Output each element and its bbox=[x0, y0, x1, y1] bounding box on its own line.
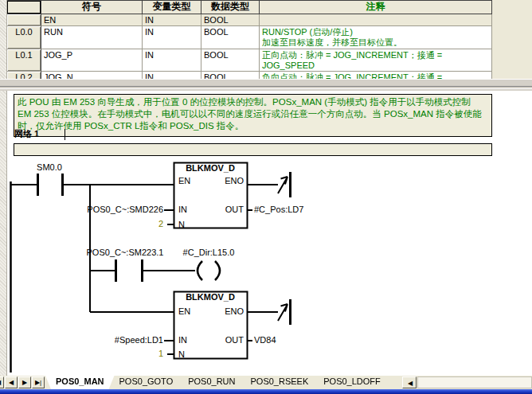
text-cursor bbox=[65, 129, 65, 140]
cell-address[interactable]: L0.0 bbox=[7, 26, 41, 49]
box2-in-operand[interactable]: #Speed:LD1 bbox=[96, 335, 163, 345]
cell-symbol[interactable]: RUN bbox=[41, 26, 143, 49]
cell-var-type[interactable]: IN bbox=[143, 26, 201, 49]
tab-nav-next-button[interactable]: ▶ bbox=[18, 376, 31, 388]
contact-sm0-0[interactable] bbox=[38, 174, 63, 196]
tab-pos0-ldoff[interactable]: POS0_LDOFF bbox=[313, 376, 391, 389]
coil-operand[interactable]: #C_Dir:L15.0 bbox=[173, 248, 244, 257]
table-row: L0.2 JOG_N IN BOOL 负向点动：脉冲 = JOG_INCREME… bbox=[7, 72, 492, 79]
blkmov-d-box-2[interactable] bbox=[174, 292, 248, 359]
box1-title[interactable]: BLKMOV_D bbox=[174, 163, 247, 173]
cell-symbol[interactable]: JOG_N bbox=[41, 72, 143, 79]
cell-address[interactable]: L0.2 bbox=[7, 72, 41, 79]
tab-pos0-run[interactable]: POS0_RUN bbox=[178, 376, 245, 389]
box1-in-pin: IN bbox=[178, 205, 187, 214]
box1-n-operand[interactable]: 2 bbox=[147, 219, 163, 228]
table-row: L0.0 RUN IN BOOL RUN/STOP (启动/停止) 加速至目标速… bbox=[7, 26, 492, 49]
box1-out-pin: OUT bbox=[217, 205, 244, 214]
box1-in-operand[interactable]: POS0_C~:SMD226 bbox=[80, 205, 163, 214]
pane-splitter[interactable] bbox=[0, 79, 532, 91]
coil-c-dir[interactable] bbox=[198, 261, 220, 280]
cell-data-type[interactable]: BOOL bbox=[201, 49, 260, 72]
tab-scroll-left-button[interactable]: ◀ bbox=[402, 376, 417, 388]
network-comment-box[interactable] bbox=[14, 143, 492, 156]
continuation-arrow-2[interactable] bbox=[278, 299, 291, 325]
header-data-type[interactable]: 数据类型 bbox=[201, 0, 260, 14]
cell-data-type[interactable]: BOOL bbox=[201, 26, 260, 49]
cell-var-type[interactable]: IN bbox=[143, 14, 201, 26]
variable-table: 符号 变量类型 数据类型 注释 EN IN BOOL L0.0 RUN IN B… bbox=[7, 0, 492, 79]
box2-n-operand[interactable]: 1 bbox=[147, 349, 163, 358]
box2-out-operand[interactable]: VD84 bbox=[254, 335, 276, 345]
table-row: EN IN BOOL bbox=[7, 14, 492, 26]
box1-en-pin: EN bbox=[178, 176, 190, 185]
cell-var-type[interactable]: IN bbox=[143, 72, 201, 79]
variable-table-filler bbox=[492, 0, 532, 79]
contact-sm223-1[interactable] bbox=[116, 259, 143, 282]
continuation-arrow-1[interactable] bbox=[278, 172, 291, 197]
cell-comment[interactable] bbox=[260, 14, 492, 26]
window-bottom-edge bbox=[0, 389, 532, 394]
tab-pos0-goto[interactable]: POS0_GOTO bbox=[109, 376, 184, 389]
contact2-operand[interactable]: POS0_C~:SM223.1 bbox=[85, 248, 165, 257]
splitter-groove bbox=[0, 86, 532, 89]
box2-n-pin: N bbox=[178, 349, 185, 359]
cell-address[interactable] bbox=[7, 14, 41, 26]
box2-title[interactable]: BLKMOV_D bbox=[174, 292, 247, 302]
header-symbol[interactable]: 符号 bbox=[41, 0, 143, 14]
cell-comment[interactable]: RUN/STOP (启动/停止) 加速至目标速度，并移至目标位置。 bbox=[260, 26, 492, 49]
box2-in-pin: IN bbox=[178, 335, 187, 345]
cell-address[interactable]: L0.1 bbox=[7, 49, 41, 72]
contact1-operand[interactable]: SM0.0 bbox=[30, 162, 68, 172]
pou-tabs: POS0_MAN POS0_GOTO POS0_RUN POS0_RSEEK P… bbox=[45, 376, 385, 389]
pou-comment-box[interactable]: 此 POU 由 EM 253 向导生成，用于位置 0 的位控模块的控制。POSx… bbox=[14, 94, 492, 137]
cell-symbol[interactable]: EN bbox=[41, 14, 143, 26]
network-label[interactable]: 网络 1 bbox=[14, 129, 39, 138]
pou-tab-bar: |◀ ◀ ▶ ▶| POS0_MAN POS0_GOTO POS0_RUN PO… bbox=[0, 376, 532, 389]
tab-scrollbar-track[interactable] bbox=[417, 376, 532, 388]
tab-nav-first-button[interactable]: |◀ bbox=[0, 376, 4, 388]
header-var-type[interactable]: 变量类型 bbox=[143, 0, 201, 14]
header-address[interactable] bbox=[7, 0, 41, 14]
cell-symbol[interactable]: JOG_P bbox=[41, 49, 143, 72]
table-row: L0.1 JOG_P IN BOOL 正向点动：脉冲 = JOG_INCREME… bbox=[7, 49, 492, 72]
tab-pos0-rseek[interactable]: POS0_RSEEK bbox=[240, 376, 319, 389]
cell-comment[interactable]: 正向点动：脉冲 = JOG_INCREMENT；接通 = JOG_SPEED bbox=[260, 49, 492, 72]
box1-out-operand[interactable]: #C_Pos:LD7 bbox=[254, 205, 303, 214]
cell-data-type[interactable]: BOOL bbox=[201, 72, 260, 79]
box2-eno-pin: ENO bbox=[217, 306, 244, 316]
plc-editor-window: 符号 变量类型 数据类型 注释 EN IN BOOL L0.0 RUN IN B… bbox=[0, 0, 532, 394]
tab-nav-last-button[interactable]: ▶| bbox=[32, 376, 45, 388]
header-comment[interactable]: 注释 bbox=[260, 0, 492, 14]
cell-comment[interactable]: 负向点动：脉冲 = JOG_INCREMENT；接通 = bbox=[260, 72, 492, 79]
tab-pos0-man[interactable]: POS0_MAN bbox=[45, 376, 115, 389]
box2-out-pin: OUT bbox=[217, 335, 244, 345]
box2-en-pin: EN bbox=[178, 306, 190, 316]
cell-var-type[interactable]: IN bbox=[143, 49, 201, 72]
box1-eno-pin: ENO bbox=[217, 176, 244, 185]
cell-data-type[interactable]: BOOL bbox=[201, 14, 260, 26]
tab-nav-prev-button[interactable]: ◀ bbox=[5, 376, 18, 388]
variable-table-header-row: 符号 变量类型 数据类型 注释 bbox=[7, 0, 492, 14]
box1-n-pin: N bbox=[178, 220, 185, 229]
